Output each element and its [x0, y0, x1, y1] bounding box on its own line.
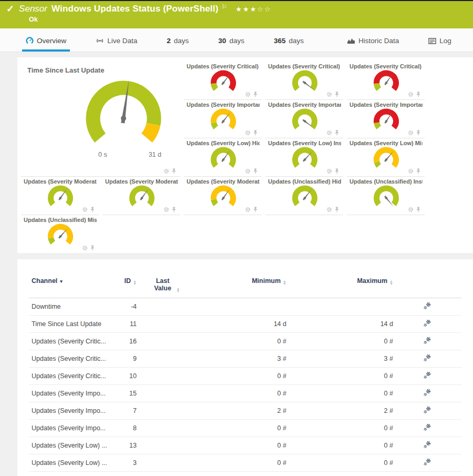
gauge-settings-gear-icon[interactable] [245, 168, 251, 174]
tab-number: 30 [218, 37, 226, 45]
gauge-pin-icon[interactable] [334, 207, 340, 212]
gauge-tile[interactable]: Updates (Severity Critical) Hi... [184, 62, 262, 100]
gauge-title: Updates (Unclassified) Hidden [268, 178, 341, 185]
channel-settings-cell [393, 420, 461, 437]
gauge-svg [127, 185, 157, 209]
gauge-settings-gear-icon[interactable] [408, 168, 414, 174]
gauge-tile[interactable]: Updates (Severity Critical) Mi... [347, 62, 425, 100]
gauge-svg [371, 108, 402, 133]
gauge-pin-icon[interactable] [253, 168, 258, 174]
channel-gears-icon[interactable] [423, 458, 431, 466]
channel-gears-icon[interactable] [423, 337, 431, 345]
gauge-tile[interactable]: Updates (Unclassified) Hidden [265, 177, 343, 215]
gauge-body [187, 185, 260, 209]
gauge-pin-icon[interactable] [416, 130, 421, 136]
column-header-last[interactable]: Last Value▲▼ [137, 273, 194, 298]
min-cell: 0 # [194, 333, 286, 350]
gauge-pin-icon[interactable] [90, 207, 95, 212]
gauge-settings-gear-icon[interactable] [408, 130, 414, 136]
gauge-title: Updates (Severity Important) ... [187, 102, 260, 108]
tab-30-days[interactable]: 30days [214, 37, 248, 52]
sort-arrows-icon: ▲▼ [177, 287, 180, 292]
gauge-pin-icon[interactable] [253, 130, 258, 136]
gauge-svg [371, 70, 402, 94]
channel-cell: Updates (Severity Impo... [29, 385, 121, 402]
gauge-settings-gear-icon[interactable] [82, 245, 88, 251]
channel-gears-icon[interactable] [423, 406, 431, 414]
tab-historic-data[interactable]: Historic Data [343, 37, 403, 52]
gauge-pin-icon[interactable] [171, 168, 177, 174]
gauge-tile[interactable]: Time Since Last Update0 s31 d [21, 62, 180, 177]
gauge-pin-icon[interactable] [334, 168, 340, 174]
gauge-pin-icon[interactable] [416, 92, 421, 97]
gauge-settings-gear-icon[interactable] [245, 130, 251, 136]
tab-live-data[interactable]: Live Data [92, 37, 141, 52]
sensor-type-label: Sensor [19, 4, 47, 14]
channel-gears-icon[interactable] [423, 441, 431, 449]
id-cell: 11 [121, 316, 137, 333]
column-header-channel[interactable]: Channel▾ [29, 273, 121, 298]
rating-stars[interactable]: ★★★☆☆ [235, 5, 271, 13]
channel-settings-cell [393, 454, 461, 472]
gauge-pin-icon[interactable] [416, 207, 421, 212]
gauge-settings-gear-icon[interactable] [163, 207, 169, 212]
channel-gears-icon[interactable] [423, 302, 431, 310]
gauge-title: Updates (Severity Critical) Hi... [187, 63, 260, 69]
column-header-id[interactable]: ID▲▼ [121, 273, 137, 298]
max-cell: 0 # [286, 420, 393, 437]
tab-2-days[interactable]: 2days [163, 37, 192, 52]
channel-gears-icon[interactable] [423, 354, 431, 362]
tab-365-days[interactable]: 365days [270, 37, 307, 52]
tab-label: days [174, 37, 189, 45]
gauge-settings-gear-icon[interactable] [245, 207, 251, 212]
gauge-svg [290, 147, 320, 171]
gauge-pin-icon[interactable] [334, 130, 340, 136]
table-row: Updates (Severity Critic...93 #3 # [29, 350, 461, 368]
gauge-tile[interactable]: Updates (Severity Low) Install... [265, 138, 343, 177]
channel-gears-icon[interactable] [423, 319, 431, 327]
channel-gears-icon[interactable] [423, 371, 431, 379]
gauge-tile[interactable]: Updates (Severity Important) ... [347, 100, 425, 138]
gauge-tile[interactable]: Updates (Unclassified) Missing [21, 215, 99, 253]
channel-cell: Updates (Severity Low) ... [29, 437, 121, 454]
gauge-tile[interactable]: Updates (Unclassified) Install... [347, 177, 425, 215]
column-header-min[interactable]: Minimum▲▼ [194, 273, 286, 298]
gauge-tile[interactable]: Updates (Severity Moderate) I... [102, 177, 180, 215]
gauge-settings-gear-icon[interactable] [326, 92, 332, 97]
gauge-pin-icon[interactable] [253, 92, 258, 97]
gauge-pin-icon[interactable] [253, 207, 258, 212]
gauge-settings-gear-icon[interactable] [326, 130, 332, 136]
table-row: Updates (Severity Impo...80 #0 # [29, 420, 461, 437]
gauge-tile[interactable]: Updates (Severity Low) Hidden [184, 138, 262, 177]
gauge-settings-gear-icon[interactable] [408, 207, 414, 212]
live-icon [96, 37, 104, 44]
last-cell [137, 454, 194, 472]
gauge-settings-gear-icon[interactable] [408, 92, 414, 97]
gauge-pin-icon[interactable] [171, 207, 177, 212]
gauge-body [349, 108, 423, 133]
flag-icon[interactable]: ⚐ [222, 4, 228, 10]
gauge-pin-icon[interactable] [90, 245, 95, 251]
gauge-tile[interactable]: Updates (Severity Important) ... [184, 100, 262, 138]
gauge-title: Time Since Last Update [24, 63, 178, 74]
channel-gears-icon[interactable] [423, 389, 431, 397]
last-cell [137, 420, 194, 437]
gauge-settings-gear-icon[interactable] [326, 168, 332, 174]
tab-log[interactable]: Log [425, 37, 455, 52]
gauge-tile[interactable]: Updates (Severity Critical) Ins... [265, 62, 343, 100]
column-header-max[interactable]: Maximum▲▼ [286, 273, 393, 298]
gauge-pin-icon[interactable] [334, 92, 340, 97]
channel-gears-icon[interactable] [423, 423, 431, 431]
gauge-settings-gear-icon[interactable] [163, 168, 169, 174]
gauge-pin-icon[interactable] [416, 168, 421, 174]
gauge-body [24, 185, 97, 209]
gauge-tile[interactable]: Updates (Severity Moderate) ... [21, 177, 99, 215]
tab-label: days [229, 37, 244, 45]
gauge-settings-gear-icon[interactable] [82, 207, 88, 212]
gauge-settings-gear-icon[interactable] [245, 92, 251, 97]
gauge-settings-gear-icon[interactable] [326, 207, 332, 212]
gauge-tile[interactable]: Updates (Severity Low) Missi... [347, 138, 425, 177]
tab-overview[interactable]: Overview [22, 37, 70, 52]
gauge-tile[interactable]: Updates (Severity Important) ... [265, 100, 343, 138]
gauge-tile[interactable]: Updates (Severity Moderate) ... [184, 177, 262, 215]
